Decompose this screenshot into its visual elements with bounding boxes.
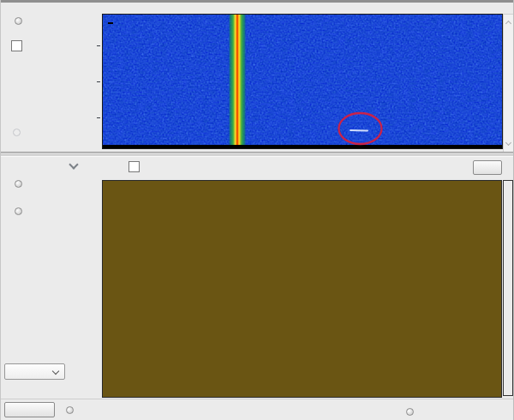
show-checkbox[interactable]: ✓ [128,161,140,172]
scrollbar-up-icon[interactable] [505,21,511,27]
density-colorbar [503,180,513,396]
knob-icon[interactable] [406,408,414,416]
rsa-analyzer-window: ✓ [0,0,514,420]
scrollbar-down-icon[interactable] [505,140,511,146]
window-top-border [1,0,514,3]
knob-icon[interactable] [15,207,22,215]
chevron-down-icon[interactable] [69,159,78,169]
clear-button[interactable] [473,160,502,175]
panel-splitter[interactable] [1,152,514,157]
spectrum-display[interactable] [102,180,502,398]
knob-icon[interactable] [15,17,22,25]
spectrogram-tick [97,81,100,82]
autoscale-button[interactable] [4,402,55,417]
statusbar-divider [1,399,514,399]
spectrogram-scrollbar[interactable] [503,14,514,153]
view-layout-select[interactable] [4,363,65,380]
carrier-signal-track [228,15,247,146]
chevron-down-icon [52,368,59,375]
knob-icon [13,129,21,136]
spectrogram-display[interactable] [102,14,503,149]
spectrogram-tick [97,45,100,46]
knob-icon[interactable] [15,180,22,188]
spectrogram-timestamp [108,22,113,24]
spectrogram-tick [97,117,100,118]
transient-event-mark [350,130,368,131]
knob-icon[interactable] [66,406,74,414]
threed-checkbox[interactable]: ✓ [11,40,22,51]
